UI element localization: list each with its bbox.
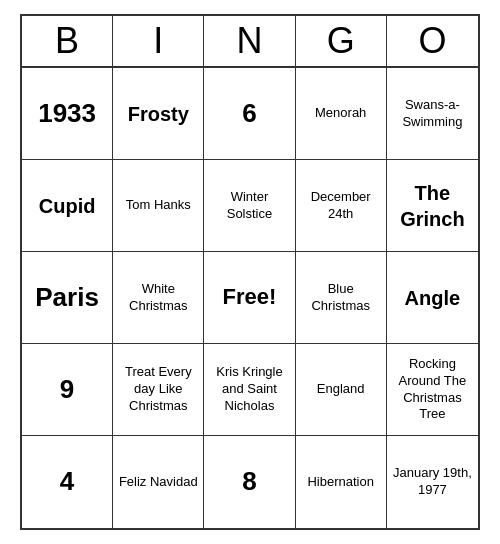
header-letter: I	[113, 16, 204, 66]
bingo-cell: 6	[204, 68, 295, 160]
cell-text: The Grinch	[391, 180, 474, 232]
bingo-cell: Blue Christmas	[296, 252, 387, 344]
bingo-cell: Angle	[387, 252, 478, 344]
bingo-cell: January 19th, 1977	[387, 436, 478, 528]
cell-text: 8	[242, 465, 256, 499]
cell-text: Hibernation	[307, 474, 374, 491]
bingo-cell: 9	[22, 344, 113, 436]
bingo-cell: 4	[22, 436, 113, 528]
cell-text: Treat Every day Like Christmas	[117, 364, 199, 415]
cell-text: Frosty	[128, 101, 189, 127]
bingo-cell: Kris Kringle and Saint Nicholas	[204, 344, 295, 436]
header-letter: G	[296, 16, 387, 66]
cell-text: White Christmas	[117, 281, 199, 315]
cell-text: Tom Hanks	[126, 197, 191, 214]
bingo-cell: 1933	[22, 68, 113, 160]
header-letter: N	[204, 16, 295, 66]
bingo-cell: Frosty	[113, 68, 204, 160]
cell-text: Cupid	[39, 193, 96, 219]
cell-text: Free!	[223, 283, 277, 312]
bingo-cell: Free!	[204, 252, 295, 344]
cell-text: Kris Kringle and Saint Nicholas	[208, 364, 290, 415]
bingo-card: BINGO 1933Frosty6MenorahSwans-a-Swimming…	[20, 14, 480, 530]
bingo-cell: Winter Solstice	[204, 160, 295, 252]
cell-text: Feliz Navidad	[119, 474, 198, 491]
cell-text: Winter Solstice	[208, 189, 290, 223]
bingo-cell: December 24th	[296, 160, 387, 252]
cell-text: Paris	[35, 281, 99, 315]
cell-text: England	[317, 381, 365, 398]
header-letter: B	[22, 16, 113, 66]
header-letter: O	[387, 16, 478, 66]
cell-text: 1933	[38, 97, 96, 131]
bingo-cell: Feliz Navidad	[113, 436, 204, 528]
cell-text: Menorah	[315, 105, 366, 122]
cell-text: 6	[242, 97, 256, 131]
bingo-header: BINGO	[22, 16, 478, 68]
bingo-cell: Paris	[22, 252, 113, 344]
bingo-cell: Menorah	[296, 68, 387, 160]
cell-text: Blue Christmas	[300, 281, 382, 315]
cell-text: 4	[60, 465, 74, 499]
cell-text: Rocking Around The Christmas Tree	[391, 356, 474, 424]
bingo-cell: Cupid	[22, 160, 113, 252]
cell-text: Angle	[405, 285, 461, 311]
bingo-cell: The Grinch	[387, 160, 478, 252]
bingo-cell: England	[296, 344, 387, 436]
bingo-cell: Treat Every day Like Christmas	[113, 344, 204, 436]
cell-text: 9	[60, 373, 74, 407]
bingo-cell: Rocking Around The Christmas Tree	[387, 344, 478, 436]
bingo-cell: Tom Hanks	[113, 160, 204, 252]
bingo-cell: 8	[204, 436, 295, 528]
cell-text: January 19th, 1977	[391, 465, 474, 499]
bingo-cell: Hibernation	[296, 436, 387, 528]
bingo-grid: 1933Frosty6MenorahSwans-a-SwimmingCupidT…	[22, 68, 478, 528]
bingo-cell: Swans-a-Swimming	[387, 68, 478, 160]
cell-text: December 24th	[300, 189, 382, 223]
bingo-cell: White Christmas	[113, 252, 204, 344]
cell-text: Swans-a-Swimming	[391, 97, 474, 131]
